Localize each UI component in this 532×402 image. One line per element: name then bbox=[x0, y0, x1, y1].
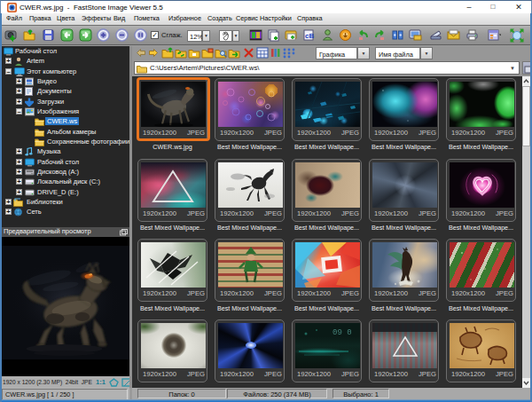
svg-text:09 0: 09 0 bbox=[332, 328, 352, 337]
svg-text:cB: cB bbox=[305, 32, 314, 40]
